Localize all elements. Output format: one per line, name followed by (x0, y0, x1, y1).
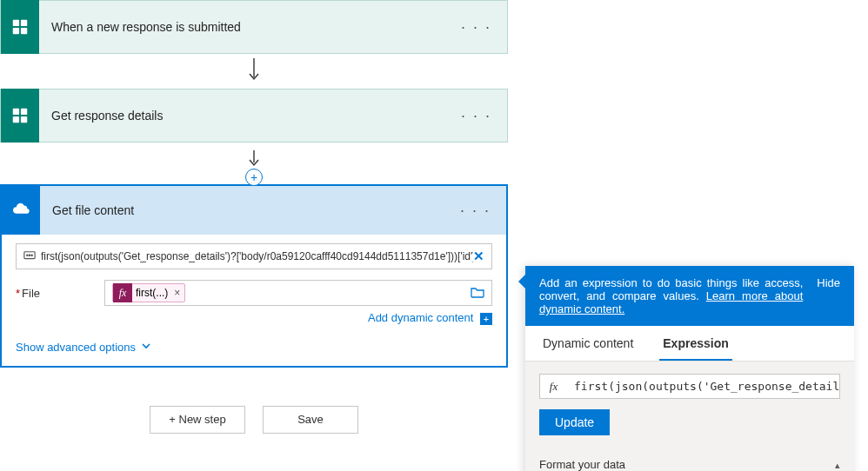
svg-rect-6 (21, 109, 27, 115)
chevron-down-icon (141, 341, 151, 354)
param-label: *File (16, 287, 94, 300)
flyout-tabs: Dynamic content Expression (525, 326, 854, 362)
fx-icon: fx (539, 374, 567, 399)
add-dynamic-content-link[interactable]: Add dynamic content + (368, 311, 492, 324)
tab-dynamic-content[interactable]: Dynamic content (539, 326, 637, 361)
forms-icon (1, 89, 39, 143)
step-title: When a new response is submitted (39, 20, 461, 34)
save-button[interactable]: Save (263, 406, 358, 434)
add-dc-plus-icon: + (480, 313, 492, 325)
format-heading: Format your data (539, 458, 625, 471)
comment-icon (23, 250, 36, 262)
remove-token-icon[interactable]: × (171, 287, 183, 299)
svg-rect-5 (13, 109, 19, 115)
step-trigger[interactable]: When a new response is submitted · · · (0, 0, 508, 54)
ellipsis-icon[interactable]: · · · (460, 202, 491, 220)
expression-editor: fx first(json(outputs('Get_response_deta… (539, 374, 840, 399)
ellipsis-icon[interactable]: · · · (461, 107, 491, 125)
param-file-row: *File fx first(...) × (16, 280, 492, 306)
svg-rect-0 (13, 20, 19, 26)
ellipsis-icon[interactable]: · · · (461, 18, 491, 36)
folder-picker-icon[interactable] (471, 286, 484, 301)
flyout-header: Add an expression to do basic things lik… (525, 266, 854, 326)
update-button[interactable]: Update (539, 409, 610, 435)
svg-rect-1 (21, 20, 27, 26)
arrow-down-icon (247, 150, 261, 170)
flyout-pointer (518, 275, 525, 289)
svg-point-12 (29, 255, 30, 255)
svg-rect-8 (21, 116, 27, 123)
expression-input[interactable]: first(json(outputs('Get_response_details (567, 374, 840, 399)
forms-icon (1, 0, 39, 54)
svg-rect-2 (13, 28, 19, 34)
svg-point-11 (27, 255, 28, 255)
new-step-button[interactable]: + New step (150, 406, 245, 434)
step-title: Get response details (39, 109, 461, 123)
svg-rect-3 (21, 28, 27, 34)
file-input[interactable]: fx first(...) × (104, 280, 492, 306)
arrow-connector: + (0, 143, 508, 177)
step-title: Get file content (40, 203, 460, 217)
hide-link[interactable]: Hide (817, 276, 840, 315)
add-step-plus-icon[interactable]: + (245, 169, 263, 186)
arrow-connector (0, 54, 508, 89)
expression-flyout: Add an expression to do basic things lik… (525, 266, 854, 471)
rename-text: first(json(outputs('Get_response_details… (41, 250, 473, 262)
step-get-file-content: Get file content · · · first(json(output… (0, 184, 508, 368)
rename-bar: first(json(outputs('Get_response_details… (16, 243, 492, 269)
fx-icon: fx (113, 283, 132, 302)
close-icon[interactable]: ✕ (473, 249, 484, 264)
onedrive-icon (2, 186, 40, 235)
tab-expression[interactable]: Expression (659, 326, 731, 361)
scroll-up-icon[interactable]: ▴ (826, 460, 840, 471)
svg-point-13 (31, 255, 32, 255)
step-header[interactable]: Get file content · · · (2, 186, 506, 235)
expression-token[interactable]: fx first(...) × (112, 283, 185, 302)
step-get-response-details[interactable]: Get response details · · · (0, 89, 508, 143)
show-advanced-options[interactable]: Show advanced options (16, 341, 151, 354)
arrow-down-icon (247, 58, 261, 85)
svg-rect-7 (13, 116, 19, 123)
